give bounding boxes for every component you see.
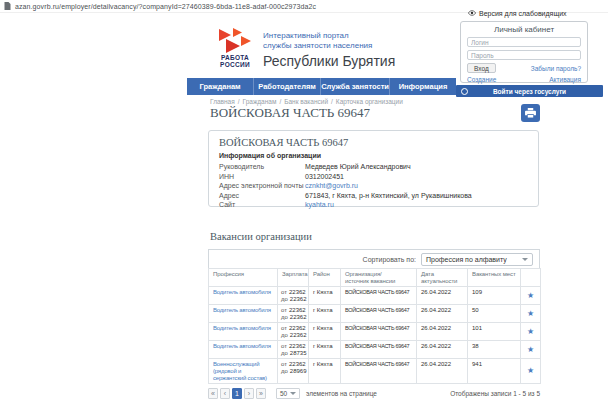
create-account-link[interactable]: Создание <box>467 76 496 83</box>
login-submit-button[interactable]: Вход <box>467 63 496 73</box>
nav-item-employment-service[interactable]: Служба занятости <box>321 78 390 95</box>
rabota-rossii-logo[interactable]: РАБОТА РОССИИ <box>211 28 259 68</box>
login-input[interactable] <box>467 37 581 47</box>
browser-window: azan.govrb.ru/employer/detailvacancy/?co… <box>0 0 608 406</box>
places-cell: 941 <box>468 359 521 384</box>
salary-from-label: от <box>281 361 287 368</box>
places-cell: 101 <box>468 323 521 341</box>
sort-select-value: Профессия по алфавиту <box>426 256 507 263</box>
portal-line2: службы занятости населения <box>263 41 395 51</box>
salary-to-label: до <box>281 314 288 321</box>
eye-icon <box>468 9 476 17</box>
date-cell: 26.04.2022 <box>417 341 468 359</box>
places-cell: 109 <box>468 287 521 305</box>
nav-item-information[interactable]: Информация <box>390 78 456 95</box>
profession-cell: Водитель автомобиля <box>209 305 278 323</box>
favorite-cell: ★ <box>521 359 541 384</box>
favorite-star-icon[interactable]: ★ <box>527 345 534 354</box>
pagination: « ‹ 1 › » 50 элементов на странице Отобр… <box>208 388 540 399</box>
login-panel: Личный кабинет Вход Забыли пароль? Созда… <box>460 21 588 83</box>
salary-to-value: 28735 <box>290 350 307 357</box>
breadcrumb-vacancy-bank[interactable]: Банк вакансий <box>284 98 328 105</box>
salary-cell: от22362 до22362 <box>278 287 309 305</box>
page-1-button[interactable]: 1 <box>232 388 242 399</box>
caret-down-icon <box>290 392 296 395</box>
breadcrumb-separator: / <box>331 98 333 105</box>
col-header-district: Район <box>309 269 341 287</box>
field-label: ИНН <box>219 172 305 182</box>
salary-to-label: до <box>281 350 288 357</box>
breadcrumb-current: Карточка организации <box>336 98 403 105</box>
org-field-row: Сайт kyahta.ru <box>219 200 528 210</box>
vacancies-table: Профессия Зарплата Район Организация/ ис… <box>208 268 541 384</box>
district-cell: г Кяхта <box>309 359 341 384</box>
salary-to-value: 22362 <box>290 332 307 339</box>
salary-from-label: от <box>281 307 287 314</box>
salary-from-value: 22362 <box>289 343 306 350</box>
accessibility-link[interactable]: Версия для слабовидящих <box>468 9 567 17</box>
url-text: azan.govrb.ru/employer/detailvacancy/?co… <box>15 3 316 10</box>
salary-cell: от22362 до28969 <box>278 359 309 384</box>
district-cell: г Кяхта <box>309 305 341 323</box>
favorite-star-icon[interactable]: ★ <box>527 309 534 318</box>
site-info-icon[interactable] <box>4 2 11 10</box>
salary-cell: от22362 до22362 <box>278 323 309 341</box>
website-link[interactable]: kyahta.ru <box>305 200 334 210</box>
places-cell: 38 <box>468 341 521 359</box>
print-button[interactable] <box>521 104 540 122</box>
breadcrumb-citizens[interactable]: Гражданам <box>243 98 277 105</box>
gosuslugi-label: Войти через госуслуги <box>493 88 566 95</box>
places-cell: 50 <box>468 305 521 323</box>
col-header-date: Дата актуальности <box>417 269 468 287</box>
table-row: Водитель автомобиля от22362 до22362 г Кя… <box>209 305 541 323</box>
date-cell: 26.04.2022 <box>417 305 468 323</box>
field-value-director: Медведев Юрий Александрович <box>305 162 411 172</box>
district-cell: г Кяхта <box>309 287 341 305</box>
profession-cell: Водитель автомобиля <box>209 287 278 305</box>
email-link[interactable]: cznkht@govrb.ru <box>305 181 358 191</box>
sort-select[interactable]: Профессия по алфавиту <box>421 253 533 266</box>
breadcrumb-home[interactable]: Главная <box>210 98 235 105</box>
salary-to-label: до <box>281 332 288 339</box>
organization-cell: ВОЙСКОВАЯ ЧАСТЬ 69647 <box>341 341 417 359</box>
salary-from-value: 22362 <box>289 289 306 296</box>
organization-cell: ВОЙСКОВАЯ ЧАСТЬ 69647 <box>341 323 417 341</box>
page-prev-button[interactable]: ‹ <box>220 388 230 399</box>
salary-to-value: 22362 <box>290 314 307 321</box>
page-size-select[interactable]: 50 <box>276 388 300 399</box>
nav-item-employers[interactable]: Работодателям <box>254 78 321 95</box>
favorite-star-icon[interactable]: ★ <box>527 327 534 336</box>
salary-from-value: 22362 <box>289 325 306 332</box>
gosuslugi-login-button[interactable]: Войти через госуслуги <box>456 85 603 97</box>
profession-cell: Военнослужащий (рядовой и сержантский со… <box>209 359 278 384</box>
activation-link[interactable]: Активация <box>549 76 581 83</box>
district-cell: г Кяхта <box>309 341 341 359</box>
gosuslugi-icon <box>461 88 468 95</box>
password-input[interactable] <box>467 50 581 60</box>
salary-to-value: 22362 <box>290 296 307 303</box>
favorite-cell: ★ <box>521 305 541 323</box>
table-row: Водитель автомобиля от22362 до22362 г Кя… <box>209 287 541 305</box>
profession-link[interactable]: Водитель автомобиля <box>213 307 271 313</box>
page-last-button[interactable]: » <box>256 388 266 399</box>
favorite-star-icon[interactable]: ★ <box>527 366 534 375</box>
page-size-label: элементов на странице <box>306 390 377 397</box>
main-nav: Гражданам Работодателям Служба занятости… <box>187 78 456 95</box>
profession-link[interactable]: Водитель автомобиля <box>213 289 271 295</box>
sort-label: Сортировать по: <box>363 256 416 263</box>
table-header-row: Профессия Зарплата Район Организация/ ис… <box>209 269 541 287</box>
page-first-button[interactable]: « <box>208 388 218 399</box>
forgot-password-link[interactable]: Забыли пароль? <box>531 65 581 72</box>
profession-link[interactable]: Водитель автомобиля <box>213 343 271 349</box>
nav-item-citizens[interactable]: Гражданам <box>187 78 254 95</box>
salary-cell: от22362 до22362 <box>278 305 309 323</box>
sort-bar: Сортировать по: Профессия по алфавиту <box>208 249 540 268</box>
caret-down-icon <box>522 258 528 261</box>
page-next-button[interactable]: › <box>244 388 254 399</box>
salary-from-label: от <box>281 289 287 296</box>
portal-name: Интерактивный портал службы занятости на… <box>263 31 395 69</box>
org-field-row: ИНН 0312002451 <box>219 172 528 182</box>
profession-link[interactable]: Водитель автомобиля <box>213 325 271 331</box>
profession-link[interactable]: Военнослужащий (рядовой и сержантский со… <box>213 361 267 381</box>
favorite-star-icon[interactable]: ★ <box>527 291 534 300</box>
